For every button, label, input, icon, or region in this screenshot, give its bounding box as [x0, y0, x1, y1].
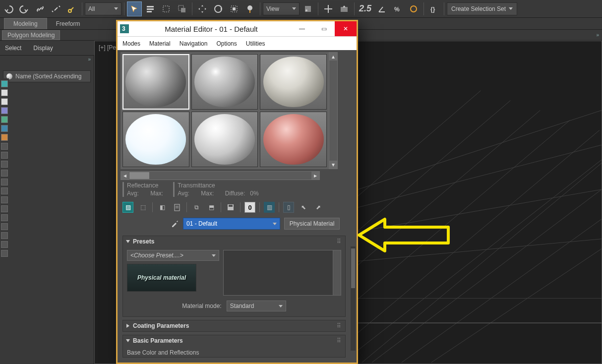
filter-icon[interactable] — [1, 143, 8, 150]
filter-icon[interactable] — [1, 205, 8, 212]
select-by-name-icon[interactable] — [143, 1, 158, 16]
filter-icon[interactable] — [1, 152, 8, 159]
material-name-label: 01 - Default — [186, 220, 217, 227]
create-selection-set-dropdown[interactable]: Create Selection Set — [447, 2, 517, 15]
rollout-scrollbar[interactable] — [351, 246, 356, 351]
filter-icon[interactable] — [1, 161, 8, 168]
sample-slot-4[interactable] — [122, 112, 189, 167]
go-sibling-icon[interactable]: ⬈ — [313, 202, 324, 213]
selection-filter-dropdown[interactable]: All — [85, 2, 121, 15]
maximize-button[interactable]: ▭ — [313, 21, 335, 36]
percent-snap-icon[interactable]: % — [390, 1, 405, 16]
redo-icon[interactable] — [17, 1, 32, 16]
sample-slot-1[interactable] — [122, 54, 189, 110]
filter-icon[interactable] — [1, 80, 8, 87]
put-to-library-icon[interactable]: ⬒ — [206, 202, 217, 213]
sample-hscroll[interactable]: ◂ ▸ — [120, 171, 320, 180]
sample-vscroll[interactable]: ▴ ▾ — [329, 52, 338, 169]
close-button[interactable]: ✕ — [335, 21, 357, 36]
scroll-right-icon[interactable]: ▸ — [311, 172, 319, 180]
presets-header[interactable]: Presets⠿ — [123, 236, 345, 247]
menu-material[interactable]: Material — [149, 40, 171, 47]
angle-snap-icon[interactable] — [374, 1, 389, 16]
filter-icon[interactable] — [1, 179, 8, 185]
choose-preset-dropdown[interactable]: <Choose Preset....> — [127, 250, 219, 261]
filter-icon[interactable] — [1, 196, 8, 203]
pivot-icon[interactable] — [301, 1, 315, 16]
material-name-dropdown[interactable]: 01 - Default — [183, 218, 280, 230]
assign-to-selection-icon[interactable]: ◧ — [157, 202, 168, 213]
show-map-icon[interactable]: ▥ — [264, 202, 275, 213]
move-icon[interactable] — [195, 1, 210, 16]
scene-sort-header[interactable]: Name (Sorted Ascending — [3, 70, 91, 82]
ribbon-expand-icon[interactable]: » — [596, 32, 599, 38]
make-unique-icon[interactable]: ⧉ — [191, 202, 202, 213]
filter-icon[interactable] — [1, 187, 8, 194]
get-material-icon[interactable]: ▨ — [122, 202, 133, 213]
filter-icon[interactable] — [1, 107, 8, 114]
reset-map-icon[interactable] — [172, 202, 182, 213]
filter-icon[interactable] — [1, 125, 8, 132]
material-id-icon[interactable]: 0 — [244, 202, 255, 213]
scroll-up-icon[interactable]: ▴ — [329, 53, 337, 61]
manipulate-icon[interactable] — [321, 1, 336, 16]
scroll-thumb[interactable] — [351, 248, 355, 288]
material-editor-titlebar[interactable]: 3 Material Editor - 01 - Default — ▭ ✕ — [118, 21, 357, 36]
sample-slot-2[interactable] — [191, 54, 258, 110]
ref-coord-dropdown[interactable]: View — [263, 2, 300, 15]
unlink-icon[interactable] — [49, 1, 63, 16]
ribbon-tab-freeform[interactable]: Freeform — [47, 18, 89, 29]
svg-rect-2 — [147, 8, 154, 10]
placement-icon[interactable] — [242, 1, 257, 16]
filter-icon[interactable] — [1, 116, 8, 123]
rect-select-icon[interactable] — [159, 1, 174, 16]
preset-preview-scroll[interactable] — [333, 250, 341, 295]
cmd-display[interactable]: Display — [33, 45, 53, 52]
angle-snap-value[interactable]: 2.5 — [357, 3, 373, 14]
material-type-button[interactable]: Physical Material — [284, 218, 340, 230]
filter-icon[interactable] — [1, 214, 8, 221]
filter-icon[interactable] — [1, 250, 8, 257]
save-icon[interactable] — [225, 202, 236, 213]
polygon-modeling-chip[interactable]: Polygon Modeling — [2, 30, 60, 40]
select-object-icon[interactable] — [127, 1, 142, 16]
sample-slot-6[interactable] — [260, 112, 327, 167]
cmd-select[interactable]: Select — [5, 45, 21, 52]
filter-icon[interactable] — [1, 223, 8, 230]
window-crossing-icon[interactable] — [175, 1, 189, 16]
sample-slot-3[interactable] — [260, 54, 327, 110]
scroll-left-icon[interactable]: ◂ — [121, 172, 129, 180]
filter-icon[interactable] — [1, 89, 8, 96]
link-icon[interactable] — [33, 1, 48, 16]
sample-slot-area: ▴ ▾ ◂ ▸ — [120, 52, 339, 180]
go-parent-icon[interactable]: ⬉ — [298, 202, 309, 213]
scale-icon[interactable] — [227, 1, 241, 16]
rotate-icon[interactable] — [211, 1, 226, 16]
coating-header[interactable]: Coating Parameters⠿ — [123, 320, 345, 331]
bind-icon[interactable] — [64, 1, 79, 16]
basic-header[interactable]: Basic Parameters⠿ — [123, 335, 345, 346]
filter-icon[interactable] — [1, 98, 8, 105]
filter-icon[interactable] — [1, 232, 8, 239]
undo-icon[interactable] — [1, 1, 16, 16]
filter-icon[interactable] — [1, 241, 8, 248]
eyedropper-icon[interactable] — [170, 218, 179, 229]
scroll-thumb[interactable] — [129, 172, 149, 179]
material-mode-dropdown[interactable]: Standard — [227, 301, 286, 311]
spinner-snap-icon[interactable] — [406, 1, 421, 16]
ribbon-tab-modeling[interactable]: Modeling — [4, 18, 47, 29]
show-end-result-icon[interactable]: ▯ — [283, 202, 294, 213]
minimize-button[interactable]: — — [291, 21, 313, 36]
menu-modes[interactable]: Modes — [122, 40, 140, 47]
put-to-scene-icon[interactable]: ⬚ — [137, 202, 148, 213]
menu-options[interactable]: Options — [216, 40, 237, 47]
menu-navigation[interactable]: Navigation — [180, 40, 208, 47]
menu-utilities[interactable]: Utilities — [246, 40, 265, 47]
scroll-down-icon[interactable]: ▾ — [329, 161, 337, 169]
filter-icon[interactable] — [1, 170, 8, 177]
named-sets-icon[interactable]: {} — [426, 1, 441, 16]
keyboard-shortcut-icon[interactable] — [337, 1, 352, 16]
svg-line-24 — [372, 189, 602, 363]
sample-slot-5[interactable] — [191, 112, 258, 167]
filter-icon[interactable] — [1, 134, 8, 141]
